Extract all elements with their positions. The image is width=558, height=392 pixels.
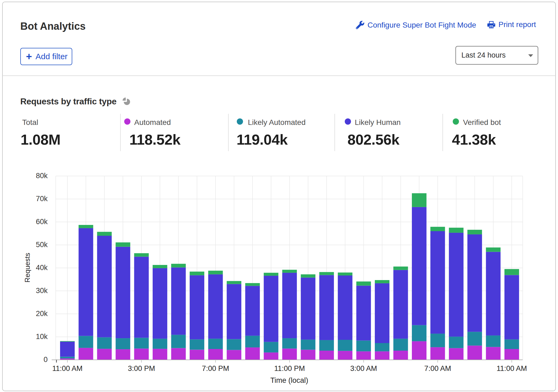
svg-text:11:00 PM: 11:00 PM	[274, 364, 305, 373]
svg-text:70k: 70k	[36, 195, 48, 203]
svg-text:3:00 AM: 3:00 AM	[350, 364, 377, 373]
svg-text:50k: 50k	[36, 241, 48, 249]
svg-text:60k: 60k	[36, 218, 48, 226]
svg-text:Time (local): Time (local)	[270, 376, 308, 384]
svg-text:40k: 40k	[36, 264, 48, 272]
svg-text:0: 0	[44, 356, 48, 364]
svg-text:Requests: Requests	[23, 253, 31, 283]
svg-text:10k: 10k	[36, 333, 48, 341]
svg-text:11:00 AM: 11:00 AM	[52, 364, 83, 373]
svg-text:11:00 AM: 11:00 AM	[497, 364, 527, 373]
svg-text:3:00 PM: 3:00 PM	[128, 364, 155, 373]
svg-text:7:00 AM: 7:00 AM	[424, 364, 451, 373]
svg-text:80k: 80k	[36, 172, 48, 180]
svg-text:7:00 PM: 7:00 PM	[202, 364, 229, 373]
svg-text:30k: 30k	[36, 287, 48, 295]
svg-text:20k: 20k	[36, 310, 48, 318]
